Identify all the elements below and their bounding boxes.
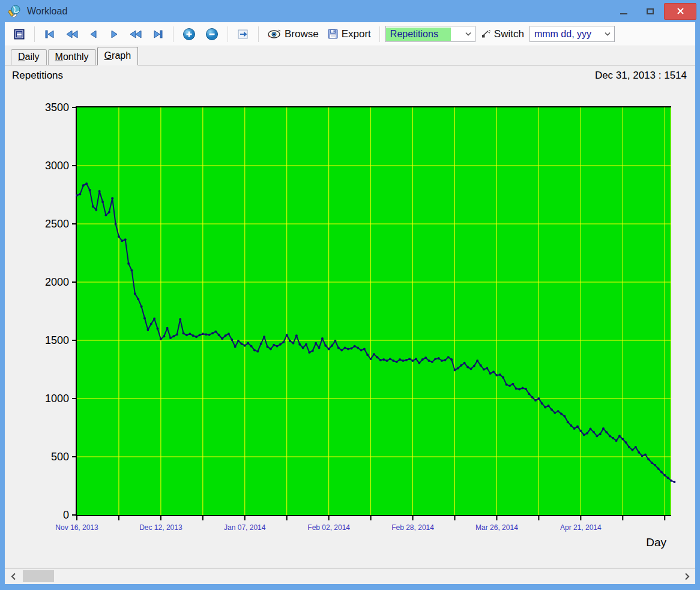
tab-daily[interactable]: Daily [11,49,47,65]
chart-header: Repetitions Dec 31, 2013 : 1514 [12,70,687,82]
fast-rewind-icon [65,28,79,40]
minimize-button[interactable] [611,3,636,20]
toolbar-separator [228,26,228,42]
svg-text:3500: 3500 [45,101,69,113]
svg-text:Apr 21, 2014: Apr 21, 2014 [560,523,602,532]
svg-text:500: 500 [51,451,69,463]
svg-text:1500: 1500 [45,334,69,346]
svg-text:1000: 1000 [45,393,69,405]
app-window: Workload [0,0,700,590]
fast-rewind-button[interactable] [62,25,82,43]
toolbar-separator [173,26,173,42]
browse-button[interactable]: Browse [264,25,322,43]
svg-text:3000: 3000 [45,160,69,172]
zoom-in-icon [182,27,196,41]
chevron-down-icon [605,32,611,36]
goto-current-icon [237,28,250,40]
last-record-button[interactable] [148,25,167,43]
menu-button[interactable] [10,25,29,43]
switch-icon [481,29,491,39]
eye-icon [267,29,282,39]
export-button[interactable]: Export [324,25,374,43]
chevron-left-icon [11,573,16,580]
goto-current-button[interactable] [234,25,253,43]
svg-text:Jan 07, 2014: Jan 07, 2014 [224,523,266,532]
tab-monthly[interactable]: Monthly [48,49,96,65]
svg-text:2000: 2000 [45,276,69,288]
zoom-out-icon [205,27,219,41]
maximize-icon [647,8,654,14]
first-record-icon [43,28,56,40]
svg-text:Mar 26, 2014: Mar 26, 2014 [475,523,518,532]
svg-text:Dec 12, 2013: Dec 12, 2013 [139,523,183,532]
switch-button[interactable]: Switch [478,25,527,43]
chevron-down-icon [465,32,471,36]
maximize-button[interactable] [638,3,663,20]
toolbar-separator [379,26,380,42]
date-format-combobox-value: mmm dd, yyy [530,28,594,41]
tab-graph[interactable]: Graph [97,47,138,65]
close-button[interactable] [664,3,696,20]
tab-strip: Daily Monthly Graph [5,46,695,65]
browse-label: Browse [285,28,319,40]
fast-forward-button[interactable] [125,25,146,43]
svg-text:Feb 02, 2014: Feb 02, 2014 [307,523,350,532]
scrollbar-thumb[interactable] [23,570,54,582]
menu-icon [13,28,26,41]
date-format-combobox[interactable]: mmm dd, yyy [530,26,615,42]
previous-button[interactable] [85,25,103,43]
scroll-left-button[interactable] [6,568,20,584]
cursor-readout: Dec 31, 2013 : 1514 [595,70,687,82]
last-record-icon [151,28,164,40]
chart-plot[interactable]: 0500100015002000250030003500Nov 16, 2013… [5,65,695,568]
chart-title: Repetitions [12,70,63,82]
svg-text:Feb 28, 2014: Feb 28, 2014 [391,523,434,532]
next-icon [108,28,120,40]
window-title: Workload [27,6,611,17]
title-bar: Workload [0,0,700,22]
zoom-out-button[interactable] [202,25,222,43]
toolbar-separator [258,26,259,42]
zoom-in-button[interactable] [179,25,199,43]
fast-forward-icon [128,28,143,40]
horizontal-scrollbar[interactable] [5,568,695,584]
series-combobox[interactable]: Repetitions [385,26,475,42]
scroll-right-button[interactable] [680,568,694,584]
svg-text:2500: 2500 [45,218,69,230]
first-record-button[interactable] [40,25,59,43]
svg-text:Day: Day [646,536,666,549]
export-label: Export [342,28,371,40]
close-icon [677,7,684,15]
svg-text:Nov 16, 2013: Nov 16, 2013 [55,523,98,532]
app-icon [8,5,22,18]
previous-icon [88,28,100,40]
save-icon [327,28,339,40]
switch-label: Switch [494,28,524,40]
toolbar-separator [34,26,35,42]
client-area: Browse Export Repetitions [5,22,695,584]
chevron-right-icon [684,573,690,580]
svg-text:0: 0 [63,509,69,521]
graph-page: Repetitions Dec 31, 2013 : 1514 05001000… [5,65,695,568]
toolbar: Browse Export Repetitions [5,22,695,46]
minimize-icon [620,13,627,14]
window-controls [611,3,696,20]
series-combobox-value: Repetitions [386,28,451,41]
next-button[interactable] [105,25,123,43]
